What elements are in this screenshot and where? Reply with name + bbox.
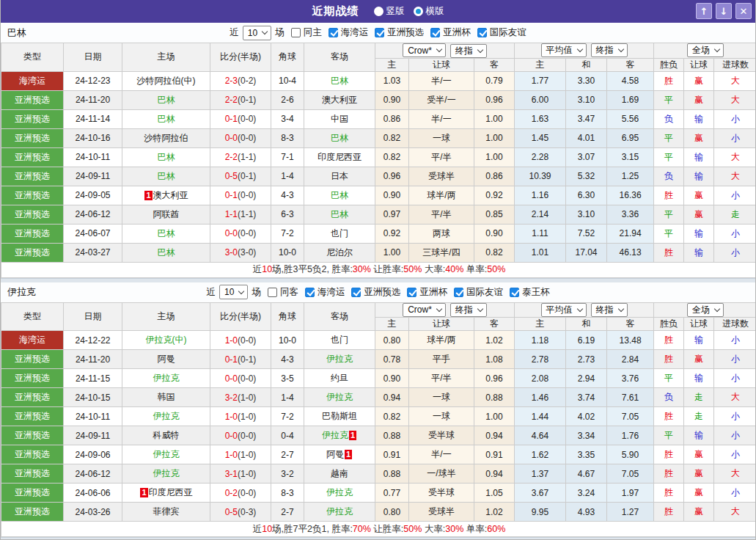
handicap-cell: 受球半 — [409, 503, 474, 522]
away-team-cell: 澳大利亚 — [304, 90, 375, 109]
result-text: 小 — [731, 411, 740, 421]
home-odds-cell: 0.88 — [375, 426, 409, 445]
avg-away-cell: 1.25 — [607, 167, 654, 186]
team-name-text: 科威特 — [153, 430, 180, 440]
away-team-cell: 巴林 — [304, 71, 375, 90]
result-text: 大 — [731, 95, 740, 105]
away-team-cell: 伊拉克1 — [304, 426, 375, 445]
type-cell: 亚洲预选 — [1, 90, 64, 109]
competition-checkbox-3[interactable] — [454, 288, 463, 297]
average-odds-select-value: 平均值 — [546, 44, 573, 56]
radio-vertical[interactable] — [374, 7, 383, 16]
halftime-score: (1-1) — [238, 152, 256, 162]
result-text: 赢 — [694, 506, 703, 517]
games-count-select[interactable]: 10 — [219, 285, 248, 299]
fulltime-scope-select[interactable]: 全场 — [687, 303, 724, 317]
team-name-text: 巴林 — [158, 171, 175, 181]
result-cell: 平 — [654, 426, 684, 445]
summary-segment: 10 — [262, 524, 272, 534]
away-team-cell: 巴林 — [304, 205, 375, 224]
home-team-cell: 巴林 — [122, 167, 210, 186]
goals-result-cell: 小 — [714, 128, 756, 147]
final-odds-select-2[interactable]: 终指 — [591, 43, 628, 57]
fulltime-score: 1-0 — [225, 450, 238, 460]
summary-segment: 30% — [445, 524, 463, 534]
same-venue-checkbox[interactable] — [291, 28, 301, 37]
result-text: 输 — [694, 335, 703, 345]
result-text: 平 — [664, 228, 673, 238]
goals-result-cell: 小 — [714, 407, 756, 426]
bookmaker-select[interactable]: Crow* — [403, 43, 446, 57]
fulltime-scope-select[interactable]: 全场 — [687, 43, 724, 57]
result-text: 输 — [694, 430, 703, 440]
corner-cell: 2-7 — [271, 503, 304, 522]
radio-horizontal-label[interactable]: 横版 — [426, 5, 444, 18]
goals-result-cell: 大 — [714, 90, 756, 109]
competition-checkbox-0[interactable] — [305, 288, 315, 297]
sub-header-3: 主 — [515, 318, 566, 331]
sub-header-6: 胜负 — [654, 58, 684, 71]
avg-home-cell: 9.95 — [515, 503, 566, 522]
red-card-badge: 1 — [144, 191, 152, 200]
handicap-cell: 平/半 — [409, 369, 474, 388]
team-name-text: 阿曼 — [158, 354, 175, 364]
score-cell: 0-1(0-1) — [210, 350, 271, 369]
handicap-cell: 一球 — [409, 388, 474, 407]
competition-label: 亚洲预选 — [387, 26, 424, 39]
same-venue-checkbox[interactable] — [268, 288, 277, 297]
away-team-cell: 也门 — [304, 331, 375, 350]
team-name-text: 巴勒斯坦 — [322, 411, 357, 421]
avg-draw-cell: 6.19 — [566, 331, 607, 350]
type-cell: 亚洲预选 — [1, 147, 64, 167]
bookmaker-select[interactable]: Crow* — [403, 303, 446, 317]
close-button[interactable]: ✕ — [735, 3, 752, 19]
final-odds-select-value: 终指 — [455, 45, 473, 57]
move-up-button[interactable]: ↑ — [696, 3, 712, 19]
games-label: 场 — [275, 26, 285, 39]
average-odds-select[interactable]: 平均值 — [541, 303, 587, 317]
competition-checkbox-2[interactable] — [430, 28, 440, 37]
final-odds-select[interactable]: 终指 — [450, 303, 487, 317]
date-cell: 24-06-12 — [64, 205, 122, 224]
handicap-result-cell: 输 — [684, 331, 714, 350]
games-count-select[interactable]: 10 — [243, 26, 271, 40]
avg-draw-cell: 3.34 — [566, 426, 607, 445]
competition-checkbox-0[interactable] — [329, 28, 338, 37]
fulltime-score: 0-0 — [225, 228, 238, 238]
avg-away-cell: 46.13 — [607, 243, 654, 262]
match-row: 亚洲预选24-06-07巴林0-0(0-0)7-2也门0.92两球0.901.1… — [1, 224, 756, 243]
summary-segment: 单率: — [463, 524, 487, 534]
home-odds-cell: 0.97 — [375, 205, 409, 224]
home-odds-cell: 0.92 — [375, 224, 409, 243]
radio-horizontal[interactable] — [414, 7, 423, 16]
final-odds-select-2[interactable]: 终指 — [591, 303, 628, 317]
away-odds-cell: 1.00 — [474, 109, 515, 128]
match-row: 亚洲预选24-09-11巴林0-5(0-1)1-4日本0.96受球半0.8610… — [1, 167, 756, 186]
type-cell: 亚洲预选 — [1, 128, 64, 147]
average-odds-select[interactable]: 平均值 — [541, 43, 587, 57]
result-cell: 胜 — [654, 71, 684, 90]
home-team-cell: 巴林 — [122, 147, 210, 167]
competition-checkbox-4[interactable] — [510, 288, 519, 297]
result-text: 大 — [731, 152, 740, 162]
competition-checkbox-3[interactable] — [477, 28, 487, 37]
summary-row: 近10场,胜7平2负1, 胜率:70% 让胜率:50% 大率:30% 单率:60… — [1, 522, 756, 537]
competition-checkbox-1[interactable] — [375, 28, 384, 37]
move-down-button[interactable]: ↓ — [716, 3, 732, 19]
radio-vertical-label[interactable]: 竖版 — [386, 5, 405, 18]
fulltime-score: 0-5 — [225, 171, 238, 181]
away-team-cell: 越南 — [304, 464, 375, 484]
avg-away-cell: 5.56 — [607, 109, 654, 128]
corner-cell: 6-3 — [271, 205, 304, 224]
home-team-cell: 伊拉克 — [122, 464, 210, 484]
competition-checkbox-2[interactable] — [407, 288, 416, 297]
team-name-text: 印度尼西亚 — [149, 487, 193, 497]
section-divider — [1, 537, 755, 540]
competition-checkbox-1[interactable] — [351, 288, 361, 297]
type-cell: 亚洲预选 — [1, 464, 64, 484]
away-team-cell: 伊拉克 — [304, 350, 375, 369]
red-card-badge: 1 — [345, 450, 352, 459]
final-odds-select[interactable]: 终指 — [450, 44, 487, 58]
sub-header-5: 客 — [607, 58, 654, 71]
handicap-result-cell: 输 — [684, 243, 714, 262]
